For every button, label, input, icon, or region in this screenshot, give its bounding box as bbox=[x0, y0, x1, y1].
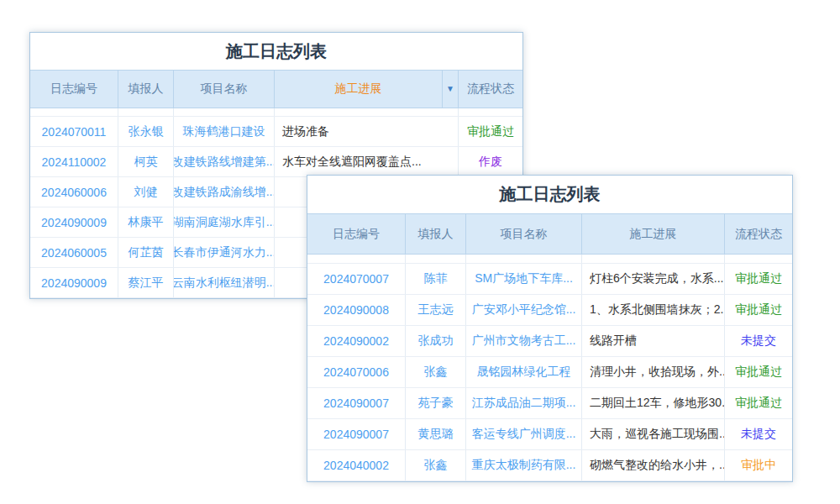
table-row[interactable]: 2024070011 张永银 珠海鹤港口建设 进场准备 审批通过 bbox=[30, 117, 522, 147]
reporter-cell[interactable]: 张鑫 bbox=[406, 357, 466, 387]
reporter-cell[interactable]: 王志远 bbox=[406, 295, 466, 325]
reporter-cell[interactable]: 柯英 bbox=[118, 147, 174, 176]
table-header-row: 日志编号 填报人 项目名称 施工进展 流程状态 bbox=[307, 214, 792, 255]
project-cell[interactable]: 长春市伊通河水力... bbox=[174, 238, 275, 267]
progress-cell: 二期回土12车，修地形30... bbox=[582, 388, 725, 418]
partial-scrolled-row bbox=[30, 108, 522, 117]
col-header-progress[interactable]: 施工进展 bbox=[275, 71, 443, 108]
project-cell[interactable]: 晟铭园林绿化工程 bbox=[466, 357, 582, 387]
table-row[interactable]: 2024090007 黄思璐 客运专线广州调度... 大雨，巡视各施工现场围..… bbox=[307, 419, 792, 450]
table-header-row: 日志编号 填报人 项目名称 施工进展 ▼ 流程状态 bbox=[30, 71, 522, 108]
reporter-cell[interactable]: 陈菲 bbox=[406, 264, 466, 294]
progress-filter-dropdown-button[interactable]: ▼ bbox=[443, 71, 459, 108]
log-no-cell[interactable]: 2024070011 bbox=[30, 117, 118, 146]
reporter-cell[interactable]: 黄思璐 bbox=[406, 419, 466, 449]
partial-scrolled-row bbox=[307, 255, 792, 264]
construction-log-table-front: 施工日志列表 日志编号 填报人 项目名称 施工进展 流程状态 202407000… bbox=[307, 175, 793, 482]
progress-cell: 灯柱6个安装完成，水系... bbox=[582, 264, 725, 294]
col-header-project[interactable]: 项目名称 bbox=[174, 71, 275, 108]
status-cell: 审批通过 bbox=[725, 264, 792, 294]
log-no-cell[interactable]: 2024060006 bbox=[30, 177, 118, 207]
table-row[interactable]: 2024070006 张鑫 晟铭园林绿化工程 清理小井，收拾现场，外... 审批… bbox=[307, 357, 792, 388]
col-header-log-no[interactable]: 日志编号 bbox=[307, 214, 406, 254]
reporter-cell[interactable]: 苑子豪 bbox=[406, 388, 466, 418]
table-row[interactable]: 2024040002 张鑫 重庆太极制药有限... 砌燃气整改的给水小井，...… bbox=[307, 450, 792, 481]
log-no-cell[interactable]: 2024090009 bbox=[30, 268, 118, 297]
status-cell: 审批通过 bbox=[459, 117, 522, 146]
log-no-cell[interactable]: 2024090009 bbox=[30, 207, 118, 237]
reporter-cell[interactable]: 张鑫 bbox=[406, 450, 466, 480]
project-cell[interactable]: SM广场地下车库... bbox=[466, 264, 582, 294]
table-row[interactable]: 2024090007 苑子豪 江苏成品油二期项... 二期回土12车，修地形30… bbox=[307, 388, 792, 419]
project-cell[interactable]: 广安邓小平纪念馆... bbox=[466, 295, 582, 325]
col-header-progress[interactable]: 施工进展 bbox=[582, 214, 725, 254]
table-row[interactable]: 2024110002 柯英 改建铁路线增建第... 水车对全线遮阳网覆盖点...… bbox=[30, 147, 522, 177]
status-cell: 作废 bbox=[459, 147, 522, 176]
col-header-log-no[interactable]: 日志编号 bbox=[30, 71, 118, 108]
log-no-cell[interactable]: 2024070006 bbox=[307, 357, 406, 387]
reporter-cell[interactable]: 蔡江平 bbox=[118, 268, 174, 297]
project-cell[interactable]: 湖南洞庭湖水库引... bbox=[174, 207, 275, 237]
progress-cell: 进场准备 bbox=[275, 117, 459, 146]
project-cell[interactable]: 广州市文物考古工... bbox=[466, 326, 582, 356]
chevron-down-icon: ▼ bbox=[446, 85, 454, 93]
project-cell[interactable]: 云南水利枢纽潜明... bbox=[174, 268, 275, 297]
table-title: 施工日志列表 bbox=[30, 33, 522, 71]
log-no-cell[interactable]: 2024040002 bbox=[307, 450, 406, 480]
progress-cell: 砌燃气整改的给水小井，... bbox=[582, 450, 725, 480]
log-no-cell[interactable]: 2024110002 bbox=[30, 147, 118, 176]
log-no-cell[interactable]: 2024090008 bbox=[307, 295, 406, 325]
status-cell: 审批通过 bbox=[725, 295, 792, 325]
progress-cell: 线路开槽 bbox=[582, 326, 725, 356]
status-cell: 未提交 bbox=[725, 419, 792, 449]
reporter-cell[interactable]: 刘健 bbox=[118, 177, 174, 207]
project-cell[interactable]: 改建铁路线增建第... bbox=[174, 147, 275, 176]
col-header-project[interactable]: 项目名称 bbox=[466, 214, 582, 254]
page-canvas: 施工日志列表 日志编号 填报人 项目名称 施工进展 ▼ 流程状态 2024070… bbox=[0, 0, 840, 504]
status-cell: 审批中 bbox=[725, 450, 792, 480]
project-cell[interactable]: 珠海鹤港口建设 bbox=[174, 117, 275, 146]
log-no-cell[interactable]: 2024060005 bbox=[30, 238, 118, 267]
col-header-reporter[interactable]: 填报人 bbox=[406, 214, 466, 254]
progress-cell: 1、水系北侧围墙抹灰；2... bbox=[582, 295, 725, 325]
project-cell[interactable]: 客运专线广州调度... bbox=[466, 419, 582, 449]
progress-cell: 水车对全线遮阳网覆盖点... bbox=[275, 147, 459, 176]
log-no-cell[interactable]: 2024070007 bbox=[307, 264, 406, 294]
table-title: 施工日志列表 bbox=[307, 176, 792, 214]
col-header-status[interactable]: 流程状态 bbox=[725, 214, 792, 254]
project-cell[interactable]: 江苏成品油二期项... bbox=[466, 388, 582, 418]
progress-cell: 大雨，巡视各施工现场围... bbox=[582, 419, 725, 449]
log-no-cell[interactable]: 2024090007 bbox=[307, 419, 406, 449]
progress-cell: 清理小井，收拾现场，外... bbox=[582, 357, 725, 387]
reporter-cell[interactable]: 张永银 bbox=[118, 117, 174, 146]
reporter-cell[interactable]: 张成功 bbox=[406, 326, 466, 356]
col-header-status[interactable]: 流程状态 bbox=[459, 71, 522, 108]
status-cell: 审批通过 bbox=[725, 357, 792, 387]
log-no-cell[interactable]: 2024090002 bbox=[307, 326, 406, 356]
table-row[interactable]: 2024070007 陈菲 SM广场地下车库... 灯柱6个安装完成，水系...… bbox=[307, 264, 792, 295]
table-row[interactable]: 2024090008 王志远 广安邓小平纪念馆... 1、水系北侧围墙抹灰；2.… bbox=[307, 295, 792, 326]
log-no-cell[interactable]: 2024090007 bbox=[307, 388, 406, 418]
reporter-cell[interactable]: 林康平 bbox=[118, 207, 174, 237]
status-cell: 未提交 bbox=[725, 326, 792, 356]
reporter-cell[interactable]: 何芷茵 bbox=[118, 238, 174, 267]
project-cell[interactable]: 改建铁路成渝线增... bbox=[174, 177, 275, 207]
table-row[interactable]: 2024090002 张成功 广州市文物考古工... 线路开槽 未提交 bbox=[307, 326, 792, 357]
project-cell[interactable]: 重庆太极制药有限... bbox=[466, 450, 582, 480]
status-cell: 审批通过 bbox=[725, 388, 792, 418]
col-header-reporter[interactable]: 填报人 bbox=[118, 71, 174, 108]
